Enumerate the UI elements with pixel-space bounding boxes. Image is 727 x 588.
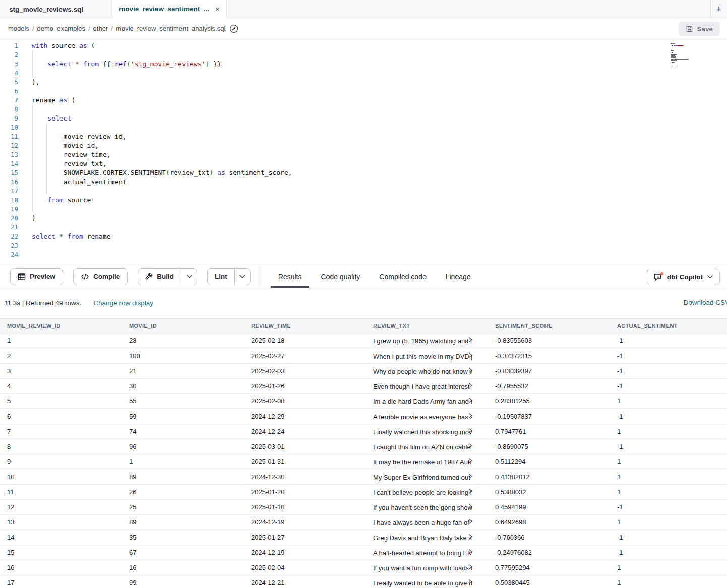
expand-cell-chevron-icon[interactable] [468, 489, 473, 494]
code-line-text [18, 205, 32, 214]
breadcrumb-segment[interactable]: demo_examples [37, 25, 85, 32]
line-number: 6 [0, 87, 18, 96]
editor-line[interactable]: 5), [0, 78, 727, 87]
file-tab-movie-review-sentiment[interactable]: movie_review_sentiment_... × [112, 0, 227, 18]
editor-line[interactable]: 8 [0, 105, 727, 114]
expand-cell-chevron-icon[interactable] [468, 504, 473, 509]
cell-review-txt: Im a die hard Dads Army fan and nothi… [366, 394, 488, 409]
expand-cell-chevron-icon[interactable] [468, 474, 473, 479]
editor-line[interactable]: 4 [0, 69, 727, 78]
build-button[interactable]: Build [138, 269, 181, 285]
cell-movie-id: 99 [122, 575, 244, 588]
column-header-actual_sentiment[interactable]: ACTUAL_SENTIMENT [610, 319, 727, 333]
file-tab-stg-movie-reviews[interactable]: stg_movie_reviews.sql [0, 0, 112, 18]
editor-line[interactable]: 7rename as ( [0, 96, 727, 105]
preview-button[interactable]: Preview [10, 268, 63, 285]
breadcrumb-segment[interactable]: models [8, 25, 29, 32]
expand-cell-chevron-icon[interactable] [468, 352, 473, 358]
build-dropdown-chevron[interactable] [181, 269, 197, 285]
code-editor[interactable]: 1with source as (23 select * from {{ ref… [0, 39, 727, 266]
expand-cell-chevron-icon[interactable] [468, 534, 473, 539]
breadcrumb-segment[interactable]: other [93, 25, 108, 32]
editor-line[interactable]: 12 movie_id, [0, 141, 727, 150]
editor-line[interactable]: 14 review_txt, [0, 159, 727, 168]
change-row-display-link[interactable]: Change row display [93, 299, 153, 307]
close-tab-icon[interactable]: × [215, 5, 220, 13]
cell-sentiment-score: 0.4594199 [488, 500, 610, 515]
editor-line[interactable]: 16 actual_sentiment [0, 178, 727, 187]
code-line-text [18, 123, 32, 132]
code-line-text: SNOWFLAKE.CORTEX.SENTIMENT(review_txt) a… [18, 168, 292, 178]
column-header-review_txt[interactable]: REVIEW_TXT [366, 319, 488, 333]
editor-line[interactable]: 13 review_time, [0, 150, 727, 159]
expand-cell-chevron-icon[interactable] [468, 383, 473, 388]
lint-dropdown-chevron[interactable] [234, 269, 250, 285]
lint-button[interactable]: Lint [208, 269, 234, 285]
code-line-text: ), [18, 78, 40, 87]
editor-line[interactable]: 11 movie_review_id, [0, 132, 727, 141]
column-header-review_time[interactable]: REVIEW_TIME [244, 319, 366, 333]
expand-cell-chevron-icon[interactable] [468, 428, 473, 433]
line-number: 16 [0, 178, 18, 187]
expand-cell-chevron-icon[interactable] [468, 443, 473, 448]
table-row: 14352025-01-27Greg Davis and Bryan Daly … [0, 530, 727, 545]
new-tab-button[interactable]: + [710, 0, 727, 18]
cell-review-txt: Finally watched this shocking movie la… [366, 424, 488, 439]
expand-cell-chevron-icon[interactable] [468, 564, 473, 569]
result-tab-compiled-code[interactable]: Compiled code [372, 266, 433, 287]
download-csv-link[interactable]: Download CSV [683, 299, 727, 306]
cell-movie-review-id: 3 [0, 364, 122, 379]
expand-cell-chevron-icon[interactable] [468, 458, 473, 463]
editor-line[interactable]: 17 [0, 187, 727, 196]
result-tab-lineage[interactable]: Lineage [439, 266, 478, 287]
expand-cell-chevron-icon[interactable] [468, 398, 473, 403]
editor-line[interactable]: 20) [0, 214, 727, 223]
table-row: 3212025-02-03Why do people who do not kn… [0, 364, 727, 379]
expand-cell-chevron-icon[interactable] [468, 519, 473, 524]
cell-review-txt: I grew up (b. 1965) watching and lovin… [366, 333, 488, 348]
editor-line[interactable]: 9 select [0, 114, 727, 123]
compile-button[interactable]: Compile [73, 268, 128, 285]
line-number: 17 [0, 187, 18, 196]
editor-line[interactable]: 23 [0, 241, 727, 250]
editor-line[interactable]: 10 [0, 123, 727, 132]
column-header-movie_id[interactable]: MOVIE_ID [122, 319, 244, 333]
expand-cell-chevron-icon[interactable] [468, 413, 473, 418]
column-header-movie_review_id[interactable]: MOVIE_REVIEW_ID [0, 319, 122, 333]
expand-cell-chevron-icon[interactable] [468, 368, 473, 373]
editor-line[interactable]: 22select * from rename [0, 232, 727, 241]
cell-review-time: 2025-02-18 [244, 333, 366, 348]
dbt-copilot-button[interactable]: dbt Copilot [647, 269, 720, 285]
editor-line[interactable]: 18 from source [0, 196, 727, 205]
editor-line[interactable]: 21 [0, 223, 727, 232]
result-tab-code-quality[interactable]: Code quality [314, 266, 368, 287]
expand-cell-chevron-icon[interactable] [468, 337, 473, 342]
toolbar-divider [261, 266, 261, 287]
docs-compass-icon[interactable] [229, 24, 238, 33]
review-text: When I put this movie in my DVD playe… [373, 352, 472, 360]
expand-cell-chevron-icon[interactable] [468, 579, 473, 584]
save-button[interactable]: Save [679, 22, 720, 36]
editor-line[interactable]: 24 [0, 250, 727, 259]
review-text: My Super Ex Girlfriend turned out to b… [373, 474, 472, 481]
breadcrumb-separator: / [32, 25, 34, 32]
plus-icon: + [716, 4, 721, 15]
code-line-text [18, 105, 32, 114]
cell-actual-sentiment: -1 [610, 530, 727, 545]
cell-actual-sentiment: 1 [610, 515, 727, 530]
table-row: 15672024-12-19A half-hearted attempt to … [0, 545, 727, 560]
editor-line[interactable]: 1with source as ( [0, 41, 727, 50]
editor-line[interactable]: 19 [0, 205, 727, 214]
line-number: 10 [0, 123, 18, 132]
result-tab-results[interactable]: Results [271, 266, 309, 287]
editor-line[interactable]: 6 [0, 87, 727, 96]
cell-sentiment-score: 0.77595294 [488, 560, 610, 575]
code-line-text [18, 50, 32, 60]
editor-line[interactable]: 3 select * from {{ ref('stg_movie_review… [0, 60, 727, 69]
editor-line[interactable]: 2 [0, 50, 727, 60]
expand-cell-chevron-icon[interactable] [468, 549, 473, 554]
cell-review-time: 2024-12-19 [244, 515, 366, 530]
editor-line[interactable]: 15 SNOWFLAKE.CORTEX.SENTIMENT(review_txt… [0, 168, 727, 178]
minimap[interactable] [671, 43, 704, 70]
column-header-sentiment_score[interactable]: SENTIMENT_SCORE [488, 319, 610, 333]
